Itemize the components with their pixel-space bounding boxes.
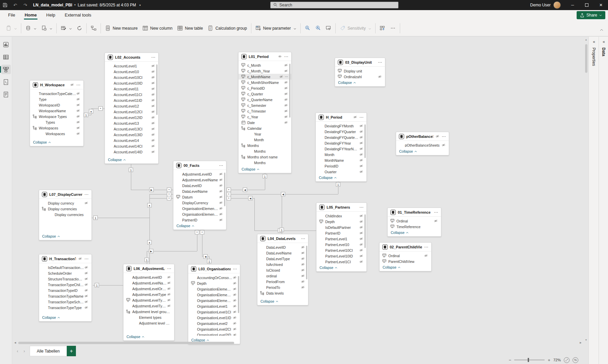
field-row-transactiontypename[interactable]: TransactionTypeName: [39, 293, 91, 299]
field-row-organisationelementid[interactable]: OrganisationElementID: [188, 292, 240, 298]
scroll-left-icon[interactable]: ◀: [13, 340, 18, 345]
field-row-c-semester[interactable]: fxc_Semester: [239, 102, 291, 108]
field-row-months[interactable]: Months: [239, 143, 291, 148]
card-scrollbar[interactable]: [364, 214, 366, 248]
hidden-eye-icon[interactable]: [232, 321, 237, 326]
table-more-options-icon[interactable]: ⋯: [378, 60, 382, 65]
fit-to-screen-icon[interactable]: ⤢: [564, 357, 570, 363]
hidden-eye-icon[interactable]: [151, 138, 155, 143]
table-card-header[interactable]: 01_TimeReference⋯: [388, 208, 441, 217]
hidden-eye-icon[interactable]: [301, 251, 305, 255]
table-more-options-icon[interactable]: ⋯: [167, 266, 171, 271]
hidden-eye-icon[interactable]: [219, 206, 223, 211]
hidden-eye-icon[interactable]: [359, 254, 363, 258]
share-button[interactable]: Share: [577, 11, 605, 19]
field-row-depth[interactable]: fxDepth: [316, 219, 366, 224]
field-row-organisationlevel2ci[interactable]: OrganisationLevel2CI: [188, 326, 240, 332]
hidden-eye-icon[interactable]: [76, 126, 80, 130]
field-row-partnerid[interactable]: PartnerID: [173, 217, 226, 221]
table-card-header[interactable]: H_Workspace⋯: [30, 81, 83, 89]
zoom-out-button[interactable]: −: [509, 358, 512, 363]
field-row-accountlevel13ci[interactable]: AccountLevel13CI: [105, 126, 158, 132]
table-card-03_DisplayUnit[interactable]: 03_DisplayUnit⋯fxDisplay unitfxOrdinalza…: [335, 58, 385, 87]
field-row-year[interactable]: Year: [239, 131, 291, 137]
field-row-isdefaulttransactiontype[interactable]: IsDefaultTransactionType: [39, 265, 91, 270]
field-more-options-icon[interactable]: ⋯: [285, 75, 288, 79]
hidden-eye-icon[interactable]: [151, 110, 155, 114]
hidden-eye-icon[interactable]: [441, 143, 446, 147]
hidden-eye-icon[interactable]: [84, 201, 88, 205]
table-more-options-icon[interactable]: ⋯: [301, 236, 305, 241]
field-row-workspaces[interactable]: Workspaces: [30, 125, 83, 131]
horizontal-scroll-thumb[interactable]: [18, 342, 234, 344]
close-button[interactable]: ✕: [594, 0, 608, 10]
field-row-accountlevel10ci[interactable]: AccountLevel10CI: [105, 74, 158, 80]
table-card-L04_DataLevels[interactable]: L04_DataLevels⋯DataLevelIDDataLevelNameD…: [257, 234, 308, 305]
menu-file[interactable]: File: [3, 10, 20, 20]
field-row-scheduleorder[interactable]: ScheduleOrder: [39, 270, 91, 276]
hidden-eye-icon[interactable]: [284, 80, 288, 85]
field-row-accountlevel11id[interactable]: AccountLevel11ID: [105, 97, 158, 103]
field-row-accountlevel14[interactable]: AccountLevel14: [105, 138, 158, 143]
table-more-options-icon[interactable]: ⋯: [359, 115, 364, 120]
table-more-options-icon[interactable]: ⋯: [284, 54, 288, 59]
field-row-month[interactable]: Month: [239, 137, 291, 143]
collapse-table-link[interactable]: Collapse: [108, 158, 126, 162]
field-row-ordinal[interactable]: fxOrdinal: [388, 218, 441, 224]
field-row-ordinal[interactable]: ordinal: [257, 273, 308, 279]
scroll-right-icon[interactable]: ▶: [578, 340, 583, 345]
field-row-datum[interactable]: fxDatum: [173, 194, 226, 200]
field-row-adjustmentlevelname[interactable]: AdjustmentLevelName: [173, 177, 226, 183]
hidden-eye-icon[interactable]: [284, 120, 288, 125]
collapse-table-link[interactable]: Collapse: [383, 265, 400, 269]
calcgroup-button[interactable]: ΣCalculation group: [205, 23, 249, 33]
hidden-eye-icon[interactable]: [167, 286, 171, 291]
field-row-deviatingfyyearname[interactable]: DeviatingFYYearName: [316, 146, 366, 152]
field-row-organisationelementna-[interactable]: OrganisationElementNa…: [173, 211, 226, 217]
field-row-months[interactable]: Months: [239, 160, 291, 165]
minimize-button[interactable]: ─: [565, 0, 580, 10]
field-row-data-levels[interactable]: Data levels: [257, 290, 308, 296]
reset-zoom-icon[interactable]: %: [573, 357, 578, 363]
hidden-eye-icon[interactable]: [219, 178, 223, 182]
field-row-c-quarter[interactable]: fxc_Quarter: [239, 91, 291, 97]
table-card-L03_Organisations[interactable]: L03_Organisations⋯AccountingOrConsolidat…: [188, 264, 240, 344]
collapse-table-link[interactable]: Collapse: [33, 140, 51, 144]
hidden-eye-icon[interactable]: [232, 281, 237, 285]
hidden-eye-icon[interactable]: [284, 63, 288, 67]
card-scrollbar[interactable]: [306, 246, 307, 279]
refresh-button[interactable]: [74, 23, 85, 33]
field-row-organisationlevel2[interactable]: OrganisationLevel2: [188, 321, 240, 326]
add-layout-button[interactable]: +: [67, 346, 76, 356]
field-row-transactiontypecategory-[interactable]: TransactionTypeCategory…: [30, 91, 83, 96]
hidden-eye-icon[interactable]: [359, 225, 363, 230]
field-row-deviatingfymonth[interactable]: DeviatingFYMonth: [316, 123, 366, 129]
getdata-button[interactable]: [23, 23, 39, 33]
card-scrollbar[interactable]: [224, 173, 225, 206]
field-row-transactiontypechildindex[interactable]: TransactionTypeChildIndex: [39, 282, 91, 287]
field-row-accountlevel12ci[interactable]: AccountLevel12CI: [105, 109, 158, 115]
field-row-accountingorconsolidat-[interactable]: AccountingOrConsolidat…: [188, 275, 240, 280]
hidden-eye-icon[interactable]: [232, 298, 237, 303]
field-row-element-types[interactable]: Element types: [123, 314, 174, 320]
parameter-button[interactable]: ?New parameter: [253, 23, 299, 33]
field-row-workspaces[interactable]: Workspaces: [30, 131, 83, 136]
hidden-eye-icon[interactable]: [301, 274, 305, 278]
hidden-eye-icon[interactable]: [359, 129, 363, 134]
card-scrollbar[interactable]: [156, 64, 158, 115]
zoom-slider-thumb[interactable]: [528, 358, 529, 362]
hidden-eye-icon[interactable]: [284, 69, 288, 73]
zoom-slider[interactable]: [514, 360, 545, 360]
field-row-dataleveltype[interactable]: DataLevelType: [257, 256, 308, 262]
hidden-eye-icon[interactable]: [378, 74, 382, 78]
hidden-eye-icon[interactable]: [359, 164, 363, 168]
field-row-organisationlevel1ci[interactable]: OrganisationLevel1CI: [188, 309, 240, 315]
table-more-options-icon[interactable]: ⋯: [424, 245, 429, 249]
field-row-accountlevel13[interactable]: AccountLevel13: [105, 120, 158, 126]
relationships-button[interactable]: [88, 23, 99, 33]
field-row-isdefaultpartner[interactable]: IsDefaultPartner: [316, 224, 366, 230]
hidden-eye-icon[interactable]: [151, 132, 155, 137]
hidden-eye-icon[interactable]: [301, 268, 305, 272]
field-row-organisationelementid[interactable]: OrganisationElementID: [173, 206, 226, 211]
menu-help[interactable]: Help: [42, 10, 60, 20]
